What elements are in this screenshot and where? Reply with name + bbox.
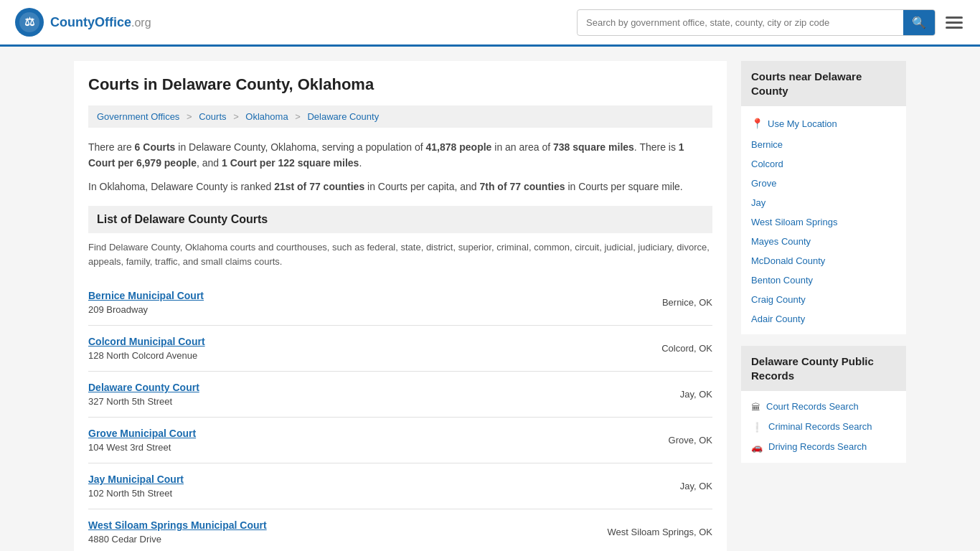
sidebar-public-records-list: 🏛 Court Records Search ❕ Criminal Record… (741, 391, 906, 463)
court-records-link[interactable]: Court Records Search (766, 401, 859, 412)
hamburger-menu-button[interactable] (943, 14, 966, 32)
sidebar-item-west-siloam[interactable]: West Siloam Springs (751, 212, 896, 232)
population: 41,878 people (426, 141, 492, 153)
header-right: 🔍 (577, 9, 966, 36)
logo-text: CountyOffice.org (50, 15, 151, 30)
court-address-colcord: 128 North Colcord Avenue (88, 350, 659, 361)
sidebar-link-craig-county[interactable]: Craig County (751, 294, 806, 305)
sidebar-item-craig-county[interactable]: Craig County (751, 290, 896, 309)
area: 738 square miles (553, 141, 634, 153)
court-location-west-siloam: West Siloam Springs, OK (608, 527, 712, 537)
search-button[interactable]: 🔍 (903, 10, 935, 35)
search-input[interactable] (578, 11, 903, 34)
use-location-item[interactable]: 📍 Use My Location (751, 112, 896, 135)
menu-line-3 (946, 27, 963, 29)
svg-text:⚖: ⚖ (24, 16, 35, 28)
sidebar-item-bernice[interactable]: Bernice (751, 135, 896, 154)
driving-records-icon: 🚗 (751, 442, 763, 453)
info-paragraph-2: In Oklahoma, Delaware County is ranked 2… (88, 179, 712, 194)
breadcrumb-oklahoma[interactable]: Oklahoma (245, 111, 288, 122)
sidebar-public-records: Delaware County Public Records 🏛 Court R… (741, 346, 906, 463)
breadcrumb-sep-1: > (187, 111, 194, 122)
sidebar-link-bernice[interactable]: Bernice (751, 139, 783, 150)
criminal-records-icon: ❕ (751, 422, 763, 433)
court-address-grove: 104 West 3rd Street (88, 442, 666, 453)
sidebar-item-benton-county[interactable]: Benton County (751, 270, 896, 290)
info-paragraph-1: There are 6 Courts in Delaware County, O… (88, 139, 712, 171)
logo-area: ⚖ CountyOffice.org (14, 7, 151, 37)
court-records-icon: 🏛 (751, 402, 760, 413)
court-name-jay[interactable]: Jay Municipal Court (88, 474, 677, 485)
main-container: Courts in Delaware County, Oklahoma Gove… (60, 47, 920, 551)
court-name-delaware[interactable]: Delaware County Court (88, 382, 677, 393)
sidebar-link-benton-county[interactable]: Benton County (751, 275, 813, 286)
table-row: West Siloam Springs Municipal Court 4880… (88, 509, 712, 551)
sidebar-item-jay[interactable]: Jay (751, 193, 896, 212)
breadcrumb: Government Offices > Courts > Oklahoma >… (88, 105, 712, 128)
sidebar-courts-nearby-list: 📍 Use My Location Bernice Colcord Grove … (741, 106, 906, 334)
breadcrumb-delaware-county[interactable]: Delaware County (307, 111, 379, 122)
courts-list: Bernice Municipal Court 209 Broadway Ber… (88, 280, 712, 551)
sidebar-public-records-title: Delaware County Public Records (741, 346, 906, 391)
table-row: Jay Municipal Court 102 North 5th Street… (88, 463, 712, 509)
sidebar-link-adair-county[interactable]: Adair County (751, 314, 805, 324)
menu-line-2 (946, 22, 963, 24)
page-title: Courts in Delaware County, Oklahoma (88, 75, 712, 94)
court-location-colcord: Colcord, OK (661, 343, 712, 354)
sidebar-item-mayes-county[interactable]: Mayes County (751, 232, 896, 251)
court-name-bernice[interactable]: Bernice Municipal Court (88, 290, 659, 301)
breadcrumb-sep-2: > (233, 111, 241, 122)
court-address-west-siloam: 4880 Cedar Drive (88, 534, 605, 545)
sidebar-item-criminal-records[interactable]: ❕ Criminal Records Search (751, 417, 896, 437)
court-location-grove: Grove, OK (669, 435, 712, 446)
sidebar-link-west-siloam[interactable]: West Siloam Springs (751, 217, 837, 227)
table-row: Delaware County Court 327 North 5th Stre… (88, 372, 712, 418)
court-address-jay: 102 North 5th Street (88, 488, 677, 499)
search-icon: 🔍 (912, 17, 926, 29)
menu-line-1 (946, 17, 963, 19)
criminal-records-link[interactable]: Criminal Records Search (768, 421, 872, 432)
table-row: Colcord Municipal Court 128 North Colcor… (88, 326, 712, 372)
per-sqmile: 1 Court per 122 square miles (222, 157, 359, 169)
sidebar-link-grove[interactable]: Grove (751, 178, 776, 189)
use-my-location-link[interactable]: Use My Location (768, 118, 837, 129)
sidebar-courts-nearby: Courts near Delaware County 📍 Use My Loc… (741, 61, 906, 334)
content-area: Courts in Delaware County, Oklahoma Gove… (74, 61, 727, 551)
sidebar: Courts near Delaware County 📍 Use My Loc… (741, 61, 906, 551)
court-address-delaware: 327 North 5th Street (88, 396, 677, 407)
breadcrumb-courts[interactable]: Courts (199, 111, 226, 122)
sidebar-courts-nearby-title: Courts near Delaware County (741, 61, 906, 106)
sidebar-item-adair-county[interactable]: Adair County (751, 309, 896, 329)
sidebar-link-mayes-county[interactable]: Mayes County (751, 236, 811, 247)
driving-records-link[interactable]: Driving Records Search (768, 441, 867, 452)
sidebar-item-colcord[interactable]: Colcord (751, 154, 896, 174)
sidebar-link-mcdonald-county[interactable]: McDonald County (751, 255, 825, 266)
list-section-header: List of Delaware County Courts (88, 206, 712, 233)
table-row: Grove Municipal Court 104 West 3rd Stree… (88, 418, 712, 463)
list-description: Find Delaware County, Oklahoma courts an… (88, 240, 712, 268)
search-bar: 🔍 (577, 9, 936, 36)
court-name-colcord[interactable]: Colcord Municipal Court (88, 336, 659, 347)
location-pin-icon: 📍 (751, 118, 763, 129)
sidebar-item-grove[interactable]: Grove (751, 174, 896, 193)
court-location-bernice: Bernice, OK (662, 297, 712, 308)
rank-capita: 21st of 77 counties (274, 181, 364, 192)
table-row: Bernice Municipal Court 209 Broadway Ber… (88, 280, 712, 326)
rank-sqmile: 7th of 77 counties (479, 181, 565, 192)
breadcrumb-sep-3: > (295, 111, 303, 122)
court-address-bernice: 209 Broadway (88, 304, 659, 315)
courts-count: 6 Courts (135, 141, 176, 153)
site-header: ⚖ CountyOffice.org 🔍 (0, 0, 980, 47)
sidebar-item-court-records[interactable]: 🏛 Court Records Search (751, 397, 896, 417)
logo-icon: ⚖ (14, 7, 44, 37)
sidebar-item-driving-records[interactable]: 🚗 Driving Records Search (751, 437, 896, 457)
court-location-delaware: Jay, OK (680, 389, 712, 400)
breadcrumb-government-offices[interactable]: Government Offices (97, 111, 179, 122)
sidebar-item-mcdonald-county[interactable]: McDonald County (751, 251, 896, 270)
court-name-grove[interactable]: Grove Municipal Court (88, 428, 666, 439)
sidebar-link-colcord[interactable]: Colcord (751, 159, 783, 169)
sidebar-link-jay[interactable]: Jay (751, 197, 765, 208)
court-location-jay: Jay, OK (680, 481, 712, 491)
court-name-west-siloam[interactable]: West Siloam Springs Municipal Court (88, 519, 605, 531)
